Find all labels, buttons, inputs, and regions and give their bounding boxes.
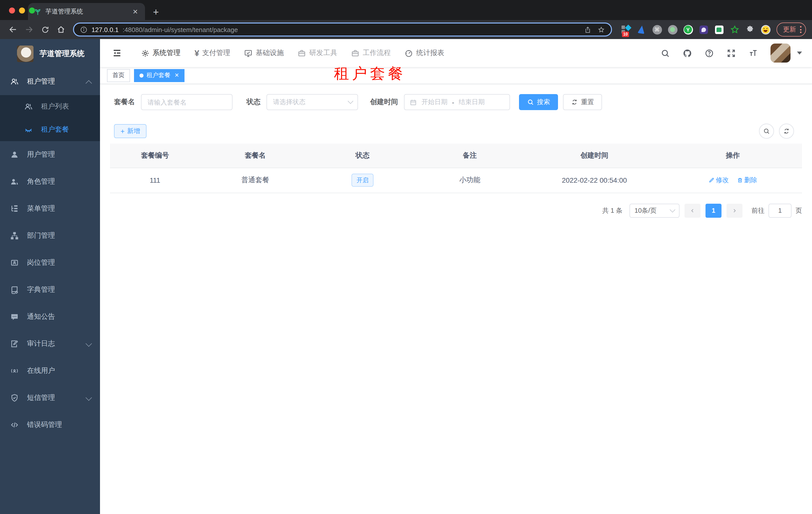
forward-icon[interactable] bbox=[22, 23, 36, 36]
tag-label: 首页 bbox=[113, 71, 124, 80]
chevron-down-icon bbox=[86, 395, 92, 401]
refresh-table-button[interactable] bbox=[779, 124, 794, 139]
caret-down-icon[interactable] bbox=[797, 52, 802, 55]
app-logo[interactable]: 芋道管理系统 bbox=[0, 39, 100, 68]
reload-icon[interactable] bbox=[38, 23, 52, 36]
table-toolbar: + 新增 bbox=[110, 124, 802, 139]
logo-rabbit-image bbox=[17, 45, 33, 62]
emoji-icon[interactable] bbox=[760, 25, 771, 34]
column-header-id: 套餐编号 bbox=[110, 144, 200, 168]
toggle-search-button[interactable] bbox=[759, 124, 774, 139]
chat-ext-icon[interactable] bbox=[714, 25, 724, 34]
status-select[interactable]: 请选择状态 bbox=[266, 94, 358, 110]
extension-badge-count: 10 bbox=[622, 31, 629, 37]
extension-badge-icon[interactable]: 10 bbox=[621, 25, 631, 34]
user-icon bbox=[10, 150, 19, 159]
current-page-button[interactable]: 1 bbox=[705, 204, 722, 217]
letter-y-icon[interactable]: Y bbox=[683, 25, 693, 34]
browser-menu-icon[interactable] bbox=[800, 26, 802, 33]
date-filter-label: 创建时间 bbox=[370, 98, 398, 107]
shield-ext-icon[interactable] bbox=[698, 25, 708, 34]
site-info-icon[interactable] bbox=[80, 26, 87, 33]
sidebar-item-audit-log[interactable]: 审计日志 bbox=[0, 330, 100, 357]
nav-item-payment[interactable]: ¥ 支付管理 bbox=[187, 39, 237, 67]
sidebar-item-tenant-management[interactable]: 租户管理 bbox=[0, 68, 100, 95]
page-size-select[interactable]: 10条/页 bbox=[630, 204, 679, 217]
sidebar-item-label: 用户管理 bbox=[27, 150, 55, 159]
sidebar-item-label: 租户套餐 bbox=[41, 125, 69, 134]
chevron-down-icon bbox=[670, 207, 675, 213]
tag-close-icon[interactable]: ✕ bbox=[174, 72, 179, 79]
minimize-window-button[interactable] bbox=[19, 7, 25, 13]
goto-unit: 页 bbox=[795, 206, 802, 215]
date-range-picker[interactable]: 开始日期 - 结束日期 bbox=[404, 94, 510, 110]
tag-home[interactable]: 首页 bbox=[107, 69, 130, 82]
main-area: 系统管理 ¥ 支付管理 基础设施 研发工具 bbox=[100, 39, 812, 514]
help-icon[interactable] bbox=[704, 48, 714, 58]
sidebar-item-user-management[interactable]: 用户管理 bbox=[0, 141, 100, 168]
edit-link[interactable]: 修改 bbox=[708, 176, 729, 185]
nav-item-system[interactable]: 系统管理 bbox=[134, 39, 187, 67]
search-button[interactable]: 搜索 bbox=[519, 94, 558, 110]
sidebar-item-tenant-list[interactable]: 租户列表 bbox=[0, 95, 100, 118]
sidebar-item-tenant-package[interactable]: 租户套餐 bbox=[0, 118, 100, 141]
puzzle-icon[interactable] bbox=[745, 25, 755, 34]
prev-page-button[interactable] bbox=[685, 204, 700, 217]
nav-item-devtools[interactable]: 研发工具 bbox=[291, 39, 344, 67]
new-tab-button[interactable]: + bbox=[153, 7, 159, 17]
sidebar-item-menu-management[interactable]: 菜单管理 bbox=[0, 195, 100, 222]
sidebar-item-post-management[interactable]: 岗位管理 bbox=[0, 249, 100, 276]
home-icon[interactable] bbox=[54, 23, 68, 36]
record-icon[interactable] bbox=[667, 25, 677, 34]
kite-icon[interactable] bbox=[637, 25, 646, 34]
tab-close-icon[interactable]: ✕ bbox=[132, 8, 139, 15]
avatar[interactable] bbox=[771, 44, 790, 62]
sidebar-item-error-code[interactable]: 错误码管理 bbox=[0, 411, 100, 438]
star-ext-icon[interactable] bbox=[729, 25, 740, 34]
github-icon[interactable] bbox=[683, 48, 692, 58]
app-window: 芋道管理系统 租户管理 租户列表 bbox=[0, 39, 812, 514]
tag-tenant-package[interactable]: 租户套餐 ✕ bbox=[134, 69, 184, 82]
nav-item-infra[interactable]: 基础设施 bbox=[237, 39, 291, 67]
sidebar-item-dept-management[interactable]: 部门管理 bbox=[0, 222, 100, 249]
add-button-label: 新增 bbox=[127, 127, 140, 136]
browser-tab[interactable]: 芋道管理系统 ✕ bbox=[28, 3, 145, 20]
nav-item-workflow[interactable]: 工作流程 bbox=[344, 39, 398, 67]
sidebar-item-notice[interactable]: 通知公告 bbox=[0, 303, 100, 330]
fullscreen-icon[interactable] bbox=[726, 48, 736, 58]
sidebar-item-role-management[interactable]: 角色管理 bbox=[0, 168, 100, 195]
package-name-input[interactable] bbox=[141, 94, 232, 110]
calendar-icon bbox=[409, 98, 417, 106]
add-button[interactable]: + 新增 bbox=[114, 124, 146, 138]
sidebar-item-label: 字典管理 bbox=[27, 285, 55, 294]
back-icon[interactable] bbox=[6, 23, 20, 36]
nav-item-report[interactable]: 统计报表 bbox=[398, 39, 451, 67]
command-icon[interactable]: ⌘ bbox=[652, 25, 662, 34]
search-icon[interactable] bbox=[661, 48, 670, 58]
reset-button[interactable]: 重置 bbox=[563, 94, 602, 110]
close-window-button[interactable] bbox=[9, 7, 15, 13]
org-tree-icon bbox=[10, 231, 19, 240]
tab-title: 芋道管理系统 bbox=[46, 7, 127, 16]
sidebar-collapse-icon[interactable] bbox=[108, 44, 126, 62]
peoples-icon bbox=[10, 77, 19, 86]
sidebar-item-sms-management[interactable]: 短信管理 bbox=[0, 384, 100, 411]
status-badge: 开启 bbox=[351, 174, 374, 187]
share-icon[interactable] bbox=[584, 26, 591, 33]
browser-update-button[interactable]: 更新 bbox=[777, 23, 806, 36]
delete-link[interactable]: 删除 bbox=[737, 176, 757, 185]
font-size-icon[interactable] bbox=[749, 48, 758, 58]
url-bar[interactable]: 127.0.0.1 :48080/admin-ui/system/tenant/… bbox=[73, 23, 612, 36]
sidebar-item-online-users[interactable]: 在线用户 bbox=[0, 357, 100, 384]
bookmark-star-icon[interactable] bbox=[598, 26, 605, 33]
top-nav: 系统管理 ¥ 支付管理 基础设施 研发工具 bbox=[134, 39, 451, 67]
sidebar-item-dict-management[interactable]: 字典管理 bbox=[0, 276, 100, 303]
end-date-placeholder: 结束日期 bbox=[459, 98, 485, 107]
reset-button-label: 重置 bbox=[581, 98, 594, 107]
next-page-button[interactable] bbox=[726, 204, 743, 217]
zoom-window-button[interactable] bbox=[29, 7, 35, 13]
edit-link-label: 修改 bbox=[716, 176, 729, 185]
goto-page-input[interactable] bbox=[768, 204, 791, 217]
column-header-created: 创建时间 bbox=[525, 144, 664, 168]
cell-remark: 小功能 bbox=[414, 168, 525, 193]
